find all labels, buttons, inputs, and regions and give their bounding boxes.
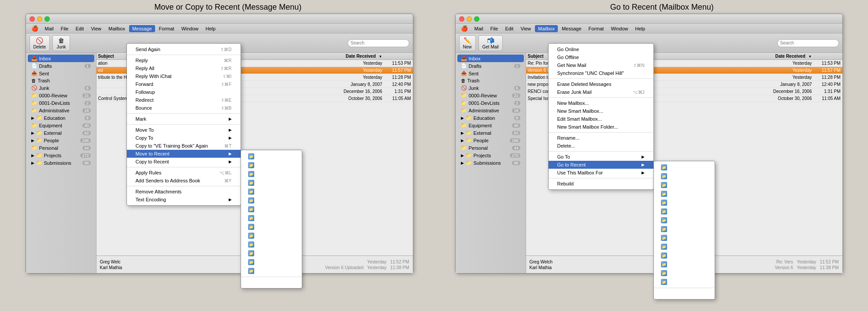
submenu-item-ismar[interactable]: 📁 ISMAR 2006 [241, 205, 302, 214]
right-sidebar-people[interactable]: ▶ 📁 People 186 [457, 137, 524, 144]
menu-item-text-encoding[interactable]: Text Encoding ▶ [127, 196, 241, 204]
right-sidebar-personal[interactable]: 📁 Personal 44 [457, 144, 524, 152]
submenu-item-clipp[interactable]: 📁 Clipp, Brian [241, 161, 302, 170]
menu-item-redirect[interactable]: Redirect ⇧⌘E [127, 96, 241, 104]
right-menu-edit[interactable]: Edit [502, 25, 516, 32]
new-button[interactable]: ✏️ New [459, 35, 476, 51]
right-menu-mail[interactable]: Mail [471, 25, 486, 32]
delete-button[interactable]: 🚫 Delete [30, 35, 50, 51]
mb-menu-edit-smart-mailbox[interactable]: Edit Smart Mailbox... [549, 115, 653, 123]
menu-item-followup[interactable]: Followup [127, 88, 241, 96]
submenu-item-vr[interactable]: 📁 VR 2007 [241, 267, 302, 275]
junk-button[interactable]: 🗑 Junk [52, 35, 70, 51]
right-search-input[interactable] [777, 39, 839, 47]
right-menu-mailbox[interactable]: Mailbox [535, 25, 558, 32]
sidebar-item-inbox[interactable]: 📥 Inbox [28, 55, 94, 62]
get-mail-button[interactable]: 📬 Get Mail [479, 35, 503, 51]
left-menu-mail[interactable]: Mail [42, 25, 57, 32]
right-sidebar-projects[interactable]: ▶ 📁 Projects 172 [457, 152, 524, 159]
mb-menu-new-smart-mailbox[interactable]: New Smart Mailbox... [549, 107, 653, 115]
menu-item-copy-to-recent[interactable]: Copy to Recent ▶ [127, 158, 241, 166]
menu-item-bounce[interactable]: Bounce ⇧⌘B [127, 104, 241, 112]
right-close-btn[interactable] [459, 16, 464, 22]
sidebar-item-people[interactable]: ▶ 📁 People 186 [28, 137, 94, 144]
submenu-item-mailfollowup[interactable]: 📁 MailFollowup [241, 214, 302, 222]
menu-item-add-senders[interactable]: Add Senders to Address Book ⌘Y [127, 177, 241, 185]
r-submenu-frahm[interactable]: 📁 Frahm [654, 198, 715, 207]
r-submenu-vr[interactable]: 📁 VR 2007 [654, 278, 715, 286]
right-min-btn[interactable] [467, 16, 472, 22]
left-menu-window[interactable]: Window [178, 25, 201, 32]
r-submenu-ismar[interactable]: 📁 ISMAR 2006 [654, 216, 715, 225]
sidebar-item-submissions[interactable]: ▶ 📁 Submissions 88 [28, 159, 94, 167]
left-menu-format[interactable]: Format [156, 25, 178, 32]
mb-menu-erase-junk[interactable]: Erase Junk Mail ⌥⌘J [549, 88, 653, 96]
sidebar-item-education[interactable]: ▶ 📁 Education 8 [28, 114, 94, 122]
menu-item-move-to[interactable]: Move To ▶ [127, 126, 241, 134]
mb-menu-go-to-recent[interactable]: Go to Recent ▶ 📁 0001-DevLists 📁 Clipp, … [549, 161, 653, 169]
left-search-input[interactable] [348, 39, 409, 47]
submenu-item-misc-people[interactable]: 📁 Misc People [241, 231, 302, 240]
submenu-item-frahm[interactable]: 📁 Frahm [241, 187, 302, 196]
submenu-item-nsf[interactable]: 📁 NSF 07-528 [241, 240, 302, 249]
mb-menu-new-mailbox[interactable]: New Mailbox... [549, 99, 653, 107]
left-close-btn[interactable] [30, 16, 35, 22]
menu-item-mark[interactable]: Mark ▶ [127, 115, 241, 123]
r-submenu-nsf[interactable]: 📁 NSF 07-528 [654, 251, 715, 260]
right-sidebar-review[interactable]: 📁 0000-Review 21 [457, 92, 524, 99]
mb-menu-synchronize[interactable]: Synchronize "UNC Chapel Hill" [549, 69, 653, 77]
menu-item-apply-rules[interactable]: Apply Rules ⌥⌘L [127, 169, 241, 177]
right-menu-view[interactable]: View [517, 25, 534, 32]
right-menu-message[interactable]: Message [559, 25, 585, 32]
right-sidebar-junk[interactable]: 🚫 Junk 6 [457, 84, 524, 92]
right-menu-file[interactable]: File [487, 25, 501, 32]
r-submenu-ve[interactable]: 📁 VE Training Book [654, 269, 715, 278]
left-menu-view[interactable]: View [88, 25, 104, 32]
r-submenu-inbox[interactable]: 📁 INBOX [654, 207, 715, 216]
submenu-item-fys[interactable]: 📁 FYS, Anim [241, 178, 302, 187]
left-menu-mailbox[interactable]: Mailbox [105, 25, 128, 32]
mb-menu-new-smart-folder[interactable]: New Smart Mailbox Folder... [549, 123, 653, 131]
menu-item-reply-all[interactable]: Reply All ⇧⌘R [127, 64, 241, 72]
r-submenu-fys[interactable]: 📁 FYS, Anim [654, 189, 715, 198]
menu-item-forward[interactable]: Forward ⇧⌘F [127, 80, 241, 88]
menu-item-copy-ve[interactable]: Copy to "VE Training Book" Again ⌘T [127, 142, 241, 150]
sidebar-item-junk[interactable]: 🚫 Junk 6 [28, 84, 94, 92]
mb-menu-delete[interactable]: Delete... [549, 142, 653, 150]
menu-item-reply-ichat[interactable]: Reply With iChat ⇧⌘I [127, 72, 241, 80]
mb-menu-erase-deleted[interactable]: Erase Deleted Messages [549, 80, 653, 88]
r-submenu-sbir[interactable]: 📁 SBIR STTR [654, 260, 715, 269]
right-menu-help[interactable]: Help [632, 25, 649, 32]
sidebar-item-external[interactable]: ▶ 📁 External 62 [28, 129, 94, 137]
sidebar-item-personal[interactable]: 📁 Personal 44 [28, 144, 94, 152]
right-max-btn[interactable] [474, 16, 479, 22]
sidebar-item-review[interactable]: 📁 0000-Review 21 [28, 92, 94, 99]
mb-menu-go-offline[interactable]: Go Offline [549, 53, 653, 61]
r-submenu-employment[interactable]: 📁 Employment [654, 181, 715, 189]
left-menu-message[interactable]: Message [129, 25, 155, 32]
right-apple-menu[interactable]: 🍎 [458, 25, 471, 32]
right-sidebar-inbox[interactable]: 📥 Inbox [457, 55, 524, 62]
right-sidebar-education[interactable]: ▶ 📁 Education 8 [457, 114, 524, 122]
right-sidebar-trash[interactable]: 🗑 Trash [457, 77, 524, 84]
submenu-item-employment[interactable]: 📁 Employment [241, 170, 302, 178]
r-submenu-devlists[interactable]: 📁 0001-DevLists [654, 163, 715, 172]
mb-menu-get-new-mail[interactable]: Get New Mail ⇧⌘N [549, 61, 653, 69]
right-sidebar-admin[interactable]: 📁 Administrative 18 [457, 107, 524, 114]
submenu-item-clear[interactable]: Clear Menu [241, 278, 302, 286]
r-submenu-misc-people[interactable]: 📁 Misc People [654, 242, 715, 251]
mb-menu-use-mailbox-for[interactable]: Use This Mailbox For ▶ [549, 169, 653, 177]
mb-menu-rebuild[interactable]: Rebuild [549, 180, 653, 188]
sidebar-item-projects[interactable]: ▶ 📁 Projects 172 [28, 152, 94, 159]
right-sidebar-submissions[interactable]: ▶ 📁 Submissions 88 [457, 159, 524, 167]
submenu-item-ve[interactable]: 📁 VE Training Book [241, 258, 302, 267]
right-sidebar-external[interactable]: ▶ 📁 External 62 [457, 129, 524, 137]
sidebar-item-drafts[interactable]: 📄 Drafts 1 [28, 62, 94, 70]
submenu-item-devlists[interactable]: 📁 0001-DevLists [241, 152, 302, 161]
right-sidebar-devlists[interactable]: 📁 0001-DevLists 2 [457, 99, 524, 107]
menu-item-move-to-recent[interactable]: Move to Recent ▶ 📁 0001-DevLists 📁 Clipp… [127, 150, 241, 158]
right-sidebar-drafts[interactable]: 📄 Drafts 1 [457, 62, 524, 70]
r-submenu-mailrecent[interactable]: 📁 MailRecent [654, 233, 715, 242]
menu-item-reply[interactable]: Reply ⌘R [127, 56, 241, 64]
left-traffic-lights[interactable] [30, 16, 50, 22]
